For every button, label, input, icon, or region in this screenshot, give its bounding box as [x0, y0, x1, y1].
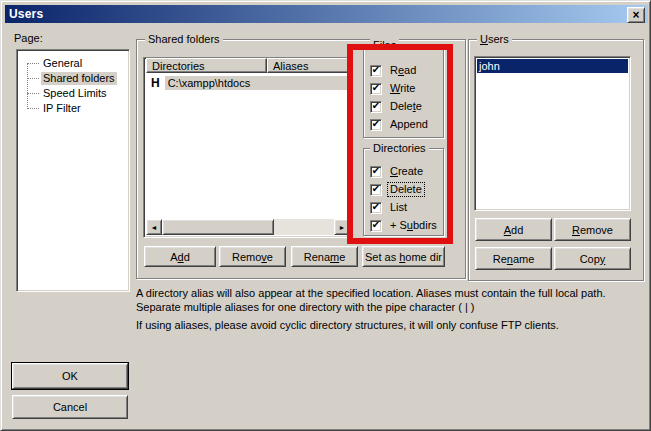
subdirs-checkbox[interactable]: ✔: [370, 220, 382, 232]
folder-row[interactable]: H C:\xampp\htdocs: [146, 75, 350, 90]
scroll-left-button[interactable]: ◄: [146, 219, 162, 235]
file-delete-checkbox[interactable]: ✔: [370, 101, 382, 113]
ok-button[interactable]: OK: [12, 363, 128, 389]
subdirs-label: + Subdirs: [388, 219, 439, 232]
arrow-left-icon: ◄: [151, 224, 158, 231]
copy-user-button[interactable]: Copy: [554, 247, 631, 270]
write-label: Write: [388, 82, 417, 95]
dirs-delete-row: ✔ Delete: [370, 183, 424, 196]
rename-folder-button[interactable]: Rename: [291, 246, 358, 267]
write-checkbox[interactable]: ✔: [370, 83, 382, 95]
read-checkbox[interactable]: ✔: [370, 65, 382, 77]
remove-folder-button[interactable]: Remove: [219, 246, 286, 267]
tree-item-speed-limits[interactable]: Speed Limits: [17, 86, 129, 101]
close-button[interactable]: ×: [627, 7, 645, 23]
users-list[interactable]: john: [474, 56, 631, 211]
home-directory-marker: H: [146, 76, 165, 90]
scrollbar-thumb[interactable]: [162, 219, 274, 235]
dir-delete-checkbox[interactable]: ✔: [370, 184, 382, 196]
cyclic-warning-text: If using aliases, please avoid cyclic di…: [136, 318, 648, 332]
append-label: Append: [388, 118, 430, 131]
dirs-create-row: ✔ Create: [370, 165, 425, 178]
page-tree: General Shared folders Speed Limits IP F…: [16, 49, 130, 292]
create-label: Create: [388, 165, 425, 178]
set-as-home-dir-button[interactable]: Set as home dir: [362, 246, 445, 267]
users-group-label: Users: [477, 33, 512, 46]
directories-group-label: Directories: [370, 142, 429, 155]
dir-delete-label: Delete: [388, 183, 424, 196]
directory-cell: C:\xampp\htdocs: [165, 76, 350, 90]
arrow-right-icon: ►: [339, 224, 346, 231]
column-header-aliases[interactable]: Aliases: [267, 58, 351, 73]
user-row-selected[interactable]: john: [477, 59, 628, 73]
tree-item-label: General: [41, 57, 84, 70]
alias-info-text: A directory alias will also appear at th…: [136, 286, 648, 314]
tree-item-ip-filter[interactable]: IP Filter: [17, 101, 129, 116]
tree-item-label: IP Filter: [41, 102, 83, 115]
folder-list[interactable]: Directories Aliases H C:\xampp\htdocs ◄ …: [143, 57, 353, 238]
column-header-directories[interactable]: Directories: [146, 58, 267, 73]
dirs-list-row: ✔ List: [370, 201, 409, 214]
add-user-button[interactable]: Add: [475, 218, 552, 241]
create-checkbox[interactable]: ✔: [370, 166, 382, 178]
files-read-row: ✔ Read: [370, 64, 418, 77]
tree-item-shared-folders[interactable]: Shared folders: [17, 71, 129, 86]
append-checkbox[interactable]: ✔: [370, 119, 382, 131]
files-group-label: Files: [370, 39, 399, 52]
remove-user-button[interactable]: Remove: [554, 218, 631, 241]
users-dialog: Users × Page: General Shared folders Spe…: [0, 0, 651, 431]
close-icon: ×: [632, 10, 639, 20]
add-folder-button[interactable]: Add: [144, 246, 216, 267]
shared-folders-group-label: Shared folders: [145, 33, 223, 46]
scroll-right-button[interactable]: ►: [334, 219, 350, 235]
rename-user-button[interactable]: Rename: [475, 247, 552, 270]
horizontal-scrollbar[interactable]: ◄ ►: [146, 219, 350, 235]
files-write-row: ✔ Write: [370, 82, 417, 95]
list-checkbox[interactable]: ✔: [370, 202, 382, 214]
dirs-subdirs-row: ✔ + Subdirs: [370, 219, 439, 232]
tree-item-label-selected: Shared folders: [41, 72, 117, 85]
list-label: List: [388, 201, 409, 214]
window-title: Users: [5, 7, 43, 21]
files-delete-row: ✔ Delete: [370, 100, 424, 113]
tree-item-general[interactable]: General: [17, 56, 129, 71]
title-bar: Users ×: [5, 5, 648, 23]
file-delete-label: Delete: [388, 100, 424, 113]
cancel-button[interactable]: Cancel: [12, 395, 128, 419]
page-label: Page:: [14, 32, 43, 44]
tree-item-label: Speed Limits: [41, 87, 109, 100]
files-append-row: ✔ Append: [370, 118, 430, 131]
read-label: Read: [388, 64, 418, 77]
